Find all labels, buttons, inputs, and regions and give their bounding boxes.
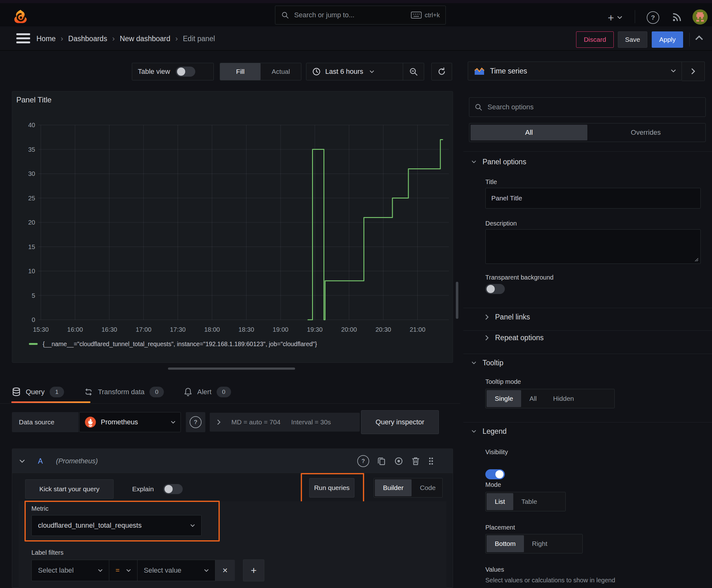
kick-start-query-button[interactable]: Kick start your query: [25, 479, 114, 499]
zoom-out-button[interactable]: [403, 63, 424, 80]
delete-query-button[interactable]: [411, 456, 420, 466]
builder-option[interactable]: Builder: [375, 479, 412, 496]
chevron-down-icon[interactable]: [19, 460, 25, 463]
refresh-button[interactable]: [431, 63, 452, 80]
time-range-label: Last 6 hours: [325, 67, 363, 76]
table-view-toggle[interactable]: [176, 67, 195, 77]
tab-query[interactable]: Query 1: [12, 387, 64, 397]
svg-text:15: 15: [28, 244, 35, 250]
chart-legend[interactable]: {__name__="cloudflared_tunnel_total_requ…: [29, 339, 317, 349]
global-search-box[interactable]: ctrl+k: [275, 6, 446, 24]
chevron-down-icon: [190, 524, 195, 527]
datasource-picker[interactable]: Prometheus: [79, 412, 181, 432]
svg-text:40: 40: [28, 122, 35, 128]
repeat-options-section-header[interactable]: Repeat options: [486, 334, 544, 342]
query-help-button[interactable]: ?: [357, 455, 369, 467]
table-view-label: Table view: [138, 67, 170, 76]
svg-text:16:00: 16:00: [67, 326, 83, 333]
section-divider: [463, 422, 712, 422]
news-rss-button[interactable]: [671, 12, 683, 23]
panel-options-section-header[interactable]: Panel options: [472, 158, 526, 166]
panel-description-textarea[interactable]: [486, 229, 701, 264]
label-filter-row: Select label = Select value × +: [31, 560, 264, 581]
apply-button[interactable]: Apply: [652, 31, 683, 48]
chevron-down-icon: [98, 569, 103, 572]
toggle-query-visibility-button[interactable]: [394, 456, 404, 466]
collapse-header-button[interactable]: [695, 35, 703, 40]
options-search-input[interactable]: [487, 103, 700, 111]
breadcrumb-separator: ›: [112, 34, 114, 43]
query-inspector-button[interactable]: Query inspector: [361, 410, 439, 434]
tooltip-hidden-option[interactable]: Hidden: [545, 390, 582, 407]
duplicate-query-button[interactable]: [377, 456, 386, 466]
explain-toggle[interactable]: [163, 484, 183, 494]
run-queries-button[interactable]: Run queries: [309, 478, 354, 498]
refresh-icon: [437, 67, 447, 76]
legend-mode-list-option[interactable]: List: [487, 493, 513, 510]
new-menu-button[interactable]: +: [608, 11, 622, 24]
svg-text:20:00: 20:00: [341, 326, 357, 333]
tooltip-section-header[interactable]: Tooltip: [472, 359, 503, 367]
query-options-summary[interactable]: MD = auto = 704 Interval = 30s: [210, 413, 360, 432]
panel-title-input[interactable]: [486, 188, 701, 209]
plus-icon: +: [608, 12, 614, 23]
options-overrides-tab[interactable]: Overrides: [587, 125, 704, 141]
keyboard-icon: [411, 11, 422, 19]
svg-text:25: 25: [28, 195, 35, 202]
menu-toggle-button[interactable]: [16, 33, 30, 43]
datasource-help-button[interactable]: ?: [186, 412, 205, 432]
legend-visibility-toggle[interactable]: [486, 469, 505, 479]
select-value-dropdown[interactable]: Select value: [137, 560, 215, 581]
time-series-chart[interactable]: 051015202530354015:3016:0016:3017:0017:3…: [15, 119, 451, 339]
drag-handle[interactable]: [428, 456, 434, 466]
resize-grip-icon[interactable]: [694, 257, 698, 261]
svg-text:19:00: 19:00: [273, 326, 288, 333]
breadcrumb-dashboards[interactable]: Dashboards: [68, 35, 107, 43]
svg-text:0: 0: [32, 316, 35, 323]
grafana-logo-icon[interactable]: [13, 9, 29, 26]
panel-links-section-header[interactable]: Panel links: [486, 313, 530, 321]
copy-icon: [377, 456, 386, 466]
tab-alert[interactable]: Alert 0: [184, 387, 231, 397]
operator-dropdown[interactable]: =: [109, 560, 137, 581]
options-search-box[interactable]: [469, 97, 706, 117]
panel-links-header-label: Panel links: [495, 313, 530, 321]
legend-mode-label: Mode: [486, 481, 501, 488]
user-avatar[interactable]: [693, 9, 708, 24]
visualization-picker[interactable]: Time series: [468, 62, 682, 80]
legend-mode-table-option[interactable]: Table: [513, 493, 545, 510]
query-ref-id[interactable]: A: [38, 457, 43, 465]
time-range-picker[interactable]: Last 6 hours: [306, 67, 403, 76]
actions-divider: [689, 33, 690, 46]
legend-placement-right-option[interactable]: Right: [524, 535, 556, 552]
transparent-background-toggle[interactable]: [486, 284, 505, 294]
breadcrumb-new-dashboard[interactable]: New dashboard: [120, 35, 170, 43]
help-button[interactable]: ?: [647, 11, 659, 24]
fill-option[interactable]: Fill: [220, 63, 261, 80]
left-pane-scrollbar[interactable]: [456, 282, 458, 319]
remove-filter-button[interactable]: ×: [215, 560, 235, 581]
legend-placement-segment: Bottom Right: [486, 534, 583, 553]
select-label-dropdown[interactable]: Select label: [31, 560, 109, 581]
search-input[interactable]: [294, 11, 411, 19]
svg-text:15:30: 15:30: [33, 326, 49, 333]
save-button[interactable]: Save: [618, 31, 647, 48]
metric-select[interactable]: cloudflared_tunnel_total_requests: [31, 515, 201, 536]
breadcrumb-home[interactable]: Home: [37, 35, 56, 43]
search-icon: [474, 103, 482, 111]
panel-resize-handle[interactable]: [168, 368, 295, 370]
toggle-options-pane-button[interactable]: [682, 62, 705, 81]
add-filter-button[interactable]: +: [243, 560, 264, 582]
actual-option[interactable]: Actual: [261, 63, 301, 80]
legend-series-label[interactable]: {__name__="cloudflared_tunnel_total_requ…: [43, 340, 317, 348]
legend-section-header[interactable]: Legend: [472, 427, 507, 436]
tooltip-all-option[interactable]: All: [521, 390, 545, 407]
tooltip-single-option[interactable]: Single: [487, 390, 521, 407]
discard-button[interactable]: Discard: [576, 31, 614, 48]
options-all-tab[interactable]: All: [471, 125, 587, 141]
chevron-down-icon: [671, 69, 676, 72]
legend-placement-bottom-option[interactable]: Bottom: [487, 535, 524, 552]
tab-transform-data[interactable]: Transform data 0: [84, 387, 164, 397]
code-option[interactable]: Code: [412, 479, 443, 496]
legend-values-label: Values: [486, 566, 504, 573]
